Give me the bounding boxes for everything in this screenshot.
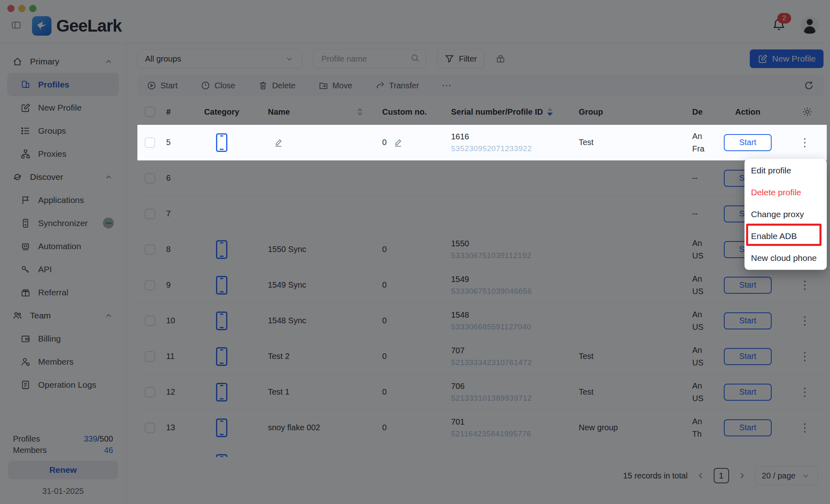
row-number: 5 xyxy=(155,138,189,147)
start-button[interactable]: Start xyxy=(724,134,772,151)
row-context-menu: Edit profile Delete profile Change proxy… xyxy=(744,159,827,270)
row-checkbox[interactable] xyxy=(145,137,155,148)
menu-item-enable-adb[interactable]: Enable ADB xyxy=(744,225,827,247)
edit-name-icon[interactable] xyxy=(274,138,283,147)
menu-item-change-proxy[interactable]: Change proxy xyxy=(744,203,827,225)
row-menu-kebab-icon[interactable]: ⋮ xyxy=(799,137,811,148)
table-row[interactable]: 5 0 1616 535230952071233922 Test An Fra … xyxy=(137,125,827,160)
dim-overlay xyxy=(0,0,830,504)
menu-item-new-cloud-phone[interactable]: New cloud phone xyxy=(744,247,827,269)
device-info: An Fra xyxy=(678,130,705,155)
edit-custom-no-icon[interactable] xyxy=(393,138,403,147)
custom-number: 0 xyxy=(382,138,387,147)
phone-icon xyxy=(216,133,227,152)
app-window: GeeLark 2 Primary Profiles xyxy=(0,0,830,504)
menu-item-edit-profile[interactable]: Edit profile xyxy=(744,160,827,182)
serial-number: 1616 xyxy=(451,132,565,141)
menu-item-delete-profile[interactable]: Delete profile xyxy=(744,182,827,203)
profile-id: 535230952071233922 xyxy=(451,144,565,153)
group-name: Test xyxy=(565,138,678,147)
